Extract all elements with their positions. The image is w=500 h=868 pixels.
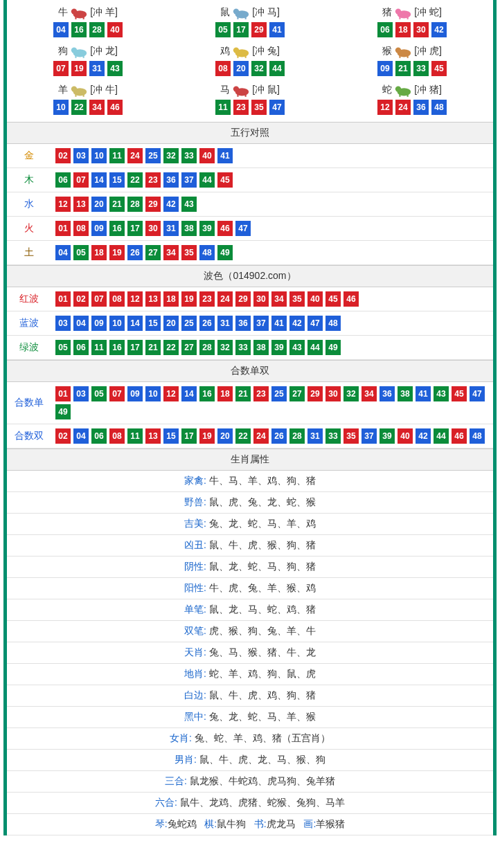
number-ball: 18 <box>395 22 411 37</box>
row-label: 金 <box>7 144 51 168</box>
number-ball: 32 <box>163 148 179 163</box>
number-ball: 36 <box>235 316 251 331</box>
number-ball: 36 <box>380 386 395 401</box>
row-balls: 03040910141520252631363741424748 <box>51 311 493 336</box>
svg-rect-18 <box>238 55 239 58</box>
number-ball: 42 <box>416 428 431 444</box>
svg-point-13 <box>71 47 77 53</box>
row-balls: 1213202128294243 <box>51 192 493 217</box>
svg-rect-11 <box>407 17 409 19</box>
number-ball: 27 <box>145 245 161 260</box>
row-balls: 0103050709101214161821232527293032343638… <box>51 382 493 424</box>
number-ball: 23 <box>145 172 161 188</box>
number-ball: 35 <box>181 245 197 260</box>
number-ball: 31 <box>163 221 179 236</box>
svg-point-9 <box>395 8 401 14</box>
attribute-row-final: 琴:兔蛇鸡 棋:鼠牛狗 书:虎龙马 画:羊猴猪 <box>7 814 493 835</box>
svg-rect-34 <box>400 94 401 97</box>
number-ball: 20 <box>91 197 107 212</box>
number-ball: 44 <box>199 172 215 188</box>
zodiac-balls: 05172941 <box>169 22 331 37</box>
svg-rect-26 <box>75 94 77 97</box>
attributes-header: 生肖属性 <box>7 449 493 471</box>
svg-rect-14 <box>75 55 77 58</box>
attribute-label: 阳性: <box>184 582 206 593</box>
number-ball: 28 <box>199 340 215 355</box>
number-ball: 03 <box>73 148 89 163</box>
table-row: 火0108091617303138394647 <box>7 217 493 241</box>
svg-rect-30 <box>238 94 239 97</box>
number-ball: 18 <box>91 245 107 260</box>
number-ball: 07 <box>109 386 125 401</box>
number-ball: 38 <box>398 386 413 401</box>
attribute-label: 天肖: <box>184 647 206 658</box>
number-ball: 41 <box>271 316 287 331</box>
number-ball: 12 <box>377 100 393 115</box>
attribute-row: 吉美: 兔、龙、蛇、马、羊、鸡 <box>7 514 493 535</box>
number-ball: 44 <box>434 428 449 444</box>
number-ball: 41 <box>269 22 285 37</box>
number-ball: 48 <box>431 100 447 115</box>
number-ball: 22 <box>235 428 251 444</box>
zodiac-svg <box>393 6 413 19</box>
number-ball: 06 <box>55 172 71 188</box>
row-balls: 05061116172122272832333839434449 <box>51 336 493 360</box>
number-ball: 18 <box>163 291 179 307</box>
row-balls: 0108091617303138394647 <box>51 217 493 241</box>
attribute-row: 六合: 鼠牛、龙鸡、虎猪、蛇猴、兔狗、马羊 <box>7 793 493 814</box>
number-ball: 25 <box>181 316 197 331</box>
number-ball: 32 <box>251 61 267 76</box>
row-label: 合数单 <box>7 382 51 424</box>
wuxing-header: 五行对照 <box>7 122 493 144</box>
number-ball: 21 <box>145 340 161 355</box>
svg-point-5 <box>233 8 239 14</box>
attribute-value: 羊猴猪 <box>316 818 345 829</box>
number-ball: 20 <box>233 61 249 76</box>
attribute-row: 阳性: 牛、虎、兔、羊、猴、鸡 <box>7 578 493 599</box>
number-ball: 29 <box>307 386 323 401</box>
number-ball: 41 <box>217 148 233 163</box>
number-ball: 28 <box>289 428 305 444</box>
svg-point-1 <box>71 8 77 14</box>
number-ball: 19 <box>199 428 215 444</box>
attribute-label: 琴: <box>155 818 168 829</box>
number-ball: 38 <box>253 340 269 355</box>
number-ball: 27 <box>181 340 197 355</box>
number-ball: 37 <box>361 428 377 444</box>
svg-rect-3 <box>83 17 84 19</box>
zodiac-cell: 猪[冲 蛇]06183042 <box>331 3 493 42</box>
row-balls: 06071415222336374445 <box>51 168 493 192</box>
attribute-row: 家禽: 牛、马、羊、鸡、狗、猪 <box>7 471 493 492</box>
number-ball: 45 <box>452 386 467 401</box>
number-ball: 14 <box>91 172 107 188</box>
attribute-row: 地肖: 蛇、羊、鸡、狗、鼠、虎 <box>7 664 493 685</box>
number-ball: 46 <box>217 221 233 236</box>
heshu-table: 合数单0103050709101214161821232527293032343… <box>7 382 493 449</box>
number-ball: 40 <box>398 428 413 444</box>
number-ball: 40 <box>307 291 323 307</box>
number-ball: 25 <box>271 386 287 401</box>
zodiac-name: 羊 <box>58 84 68 96</box>
number-ball: 16 <box>109 340 125 355</box>
number-ball: 06 <box>91 428 107 444</box>
number-ball: 13 <box>145 428 161 444</box>
number-ball: 05 <box>215 22 231 37</box>
attribute-value: 鼠、牛、虎、龙、马、猴、狗 <box>199 754 325 765</box>
number-ball: 06 <box>377 22 393 37</box>
number-ball: 49 <box>217 245 233 260</box>
number-ball: 02 <box>55 428 71 444</box>
table-row: 水1213202128294243 <box>7 192 493 217</box>
number-ball: 38 <box>181 221 197 236</box>
number-ball: 04 <box>73 428 89 444</box>
attribute-value: 鼠、牛、虎、猴、狗、猪 <box>209 539 316 550</box>
svg-rect-15 <box>83 55 84 58</box>
number-ball: 25 <box>145 148 161 163</box>
attribute-value: 鼠、虎、兔、龙、蛇、猴 <box>209 496 316 507</box>
number-ball: 04 <box>55 245 71 260</box>
number-ball: 42 <box>431 22 447 37</box>
number-ball: 32 <box>343 386 359 401</box>
attribute-value: 鼠、牛、虎、鸡、狗、猪 <box>209 689 316 700</box>
number-ball: 29 <box>235 291 251 307</box>
zodiac-icon <box>231 44 251 58</box>
attribute-row: 阴性: 鼠、龙、蛇、马、狗、猪 <box>7 557 493 578</box>
